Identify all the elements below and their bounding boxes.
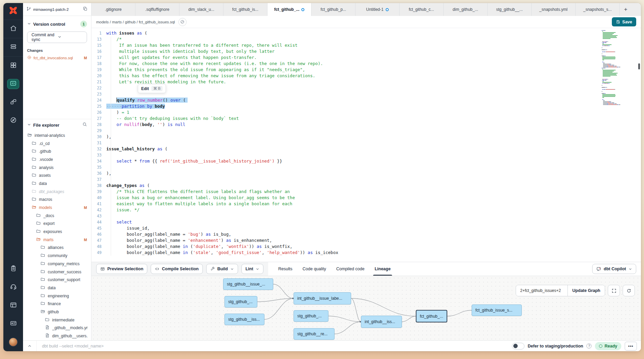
lineage-node[interactable]: stg_github__iss... — [224, 314, 264, 325]
code-line[interactable]: 25······partition by body — [91, 103, 641, 109]
code-line[interactable]: 20 this has the effect of removing the n… — [91, 73, 641, 79]
code-line[interactable]: 47 boolor_agg(label_name = 'enhancement'… — [91, 237, 641, 244]
code-line[interactable]: 43 — [91, 213, 641, 219]
code-line[interactable]: 31 — [91, 140, 641, 146]
file-tree-item[interactable]: customer_support — [23, 276, 91, 284]
edit-button[interactable]: Edit — [141, 86, 149, 91]
lineage-node[interactable]: fct_github_... — [416, 310, 447, 322]
file-tree-item[interactable]: assets — [23, 171, 91, 180]
code-line[interactable]: 39 /* This CTE flattens the different is… — [91, 189, 641, 195]
code-line[interactable]: 36), — [91, 170, 641, 176]
code-line[interactable]: 49 boolor_agg(label_name in ('stale', 'g… — [91, 250, 641, 256]
sidebar-item-stack[interactable] — [3, 38, 23, 57]
lineage-node[interactable]: stg_github__re... — [294, 328, 335, 340]
code-line[interactable]: 16 multiple issues with identical body t… — [91, 48, 641, 55]
editor-tab[interactable]: _snapshots_s... — [576, 3, 620, 16]
file-tree-item[interactable]: martsM — [23, 236, 91, 244]
file-tree-item[interactable]: finance — [23, 300, 91, 308]
sidebar-item-home[interactable] — [3, 20, 23, 38]
code-line[interactable]: 18 For now, choose the one with more rec… — [91, 61, 641, 67]
changed-file-item[interactable]: fct_dbt_invocations.sqlM — [27, 55, 87, 60]
file-tree-item[interactable]: export — [23, 220, 91, 228]
code-line[interactable]: 22 — [91, 85, 641, 91]
save-button[interactable]: Save — [612, 17, 636, 26]
code-line[interactable]: 30), — [91, 134, 641, 140]
code-line[interactable]: 19 While this prevents the old issue fro… — [91, 67, 641, 73]
code-line[interactable]: 28 or nullif(body, '') is null — [91, 122, 641, 128]
lineage-node[interactable]: stg_github_... — [294, 310, 328, 322]
sidebar-item-browser[interactable] — [3, 296, 23, 315]
code-line[interactable]: 17 will get updates for events that happ… — [91, 55, 641, 61]
code-line[interactable]: 29 — [91, 128, 641, 134]
copy-icon[interactable] — [83, 6, 88, 13]
file-tree-item[interactable]: modelsM — [23, 204, 91, 212]
code-line[interactable]: 21 Let's revisit this modeling in the fu… — [91, 79, 641, 85]
lineage-node[interactable]: fct_github_issue_s... — [472, 304, 522, 316]
dbt-copilot-button[interactable]: dbt Copilot — [592, 264, 636, 274]
editor-tab[interactable]: .sqlfluffignore — [135, 3, 179, 16]
lineage-node[interactable]: stg_github__issue_... — [223, 278, 273, 290]
editor-tab[interactable]: stg_github__... — [488, 3, 532, 16]
file-tree-item[interactable]: _github__models.yml — [23, 324, 91, 332]
file-tree-item[interactable]: community — [23, 252, 91, 260]
editor-scrollbar-thumb[interactable] — [638, 63, 640, 69]
code-line[interactable]: 15 If an issue has been transferred to a… — [91, 42, 641, 48]
update-graph-button[interactable]: Update Graph — [567, 285, 605, 296]
file-tree-item[interactable]: company_metrics — [23, 260, 91, 268]
lineage-node[interactable]: int_github__iss... — [361, 316, 402, 328]
file-tree-item[interactable]: alliances — [23, 244, 91, 252]
file-explorer-header[interactable]: File explorer — [23, 119, 91, 131]
code-editor[interactable]: 1with issues as (13 /*15 If an issue has… — [91, 28, 641, 262]
panel-tab-results[interactable]: Results — [278, 262, 293, 276]
file-tree-item[interactable]: dim_github__users.sql — [23, 332, 91, 340]
sidebar-item-headset[interactable] — [3, 278, 23, 296]
editor-tab[interactable]: fct_github_... — [267, 3, 312, 16]
code-line[interactable]: 13 /* — [91, 36, 641, 42]
code-line[interactable]: 24 qualify row_number() over ( — [91, 97, 641, 103]
editor-tab[interactable]: .gitignore — [91, 3, 135, 16]
branch-row[interactable]: mirnawong1-patch-2 — [23, 3, 91, 16]
editor-tab[interactable]: dim_slack_u... — [179, 3, 223, 16]
lineage-selector-input[interactable] — [516, 285, 567, 296]
refresh-button[interactable] — [623, 285, 635, 296]
code-line[interactable]: 44 select — [91, 219, 641, 225]
code-line[interactable]: 1with issues as ( — [91, 30, 641, 36]
expand-command-bar-button[interactable] — [23, 341, 37, 351]
editor-tab[interactable]: _snapshots.yml — [532, 3, 576, 16]
file-tree-item[interactable]: .github — [23, 147, 91, 155]
build-button[interactable]: Build — [206, 264, 238, 274]
editor-tab[interactable]: Untitled-1 — [356, 3, 400, 16]
sidebar-item-clipboard[interactable] — [3, 260, 23, 278]
panel-tab-compiled-code[interactable]: Compiled code — [336, 262, 364, 276]
sidebar-item-card[interactable] — [3, 315, 23, 333]
file-tree-item[interactable]: github — [23, 308, 91, 316]
file-tree-item[interactable]: .ci_cd — [23, 140, 91, 148]
defer-toggle[interactable] — [512, 343, 524, 350]
compile-selection-button[interactable]: Compile Selection — [151, 264, 202, 274]
file-tree-item[interactable]: macros — [23, 196, 91, 204]
more-options-button[interactable]: ••• — [625, 342, 637, 351]
file-tree-item[interactable]: exposures — [23, 228, 91, 236]
editor-tab[interactable]: dim_github_... — [444, 3, 488, 16]
sidebar-item-flow[interactable] — [3, 93, 23, 111]
code-line[interactable]: 34 select * from {{ ref('int_github__iss… — [91, 158, 641, 164]
code-line[interactable]: 41 easiest way to flatten multiple label… — [91, 201, 641, 207]
code-line[interactable]: 46 boolor_agg(label_name = 'bug') as is_… — [91, 231, 641, 237]
file-tree-item[interactable]: internal-analytics — [23, 131, 91, 140]
code-line[interactable]: 23 — [91, 91, 641, 97]
editor-minimap[interactable] — [602, 30, 634, 113]
file-tree-item[interactable]: _docs — [23, 212, 91, 220]
code-line[interactable]: 27 -- don't try deduping issues with no … — [91, 115, 641, 122]
user-avatar[interactable] — [3, 333, 23, 351]
panel-tab-code-quality[interactable]: Code quality — [303, 262, 326, 276]
editor-tab[interactable]: fct_github_p... — [312, 3, 356, 16]
file-tree-item[interactable]: analysis — [23, 164, 91, 172]
sidebar-item-grid[interactable] — [3, 57, 23, 75]
lint-button[interactable]: Lint — [241, 264, 263, 274]
code-line[interactable]: 42 issue. */ — [91, 207, 641, 213]
file-tree-item[interactable]: .vscode — [23, 155, 91, 164]
sidebar-item-compass[interactable] — [3, 111, 23, 130]
code-line[interactable]: 40 issue has a bug or enhancement label.… — [91, 195, 641, 201]
preview-selection-button[interactable]: Preview Selection — [96, 264, 147, 274]
lineage-node[interactable]: int_github__issue_labe... — [294, 292, 351, 304]
